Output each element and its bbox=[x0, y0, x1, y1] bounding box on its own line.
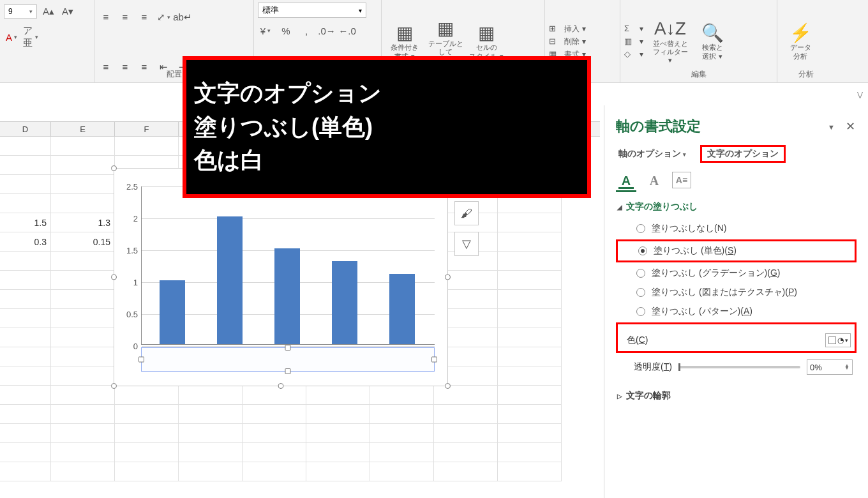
pane-close-icon[interactable]: ✕ bbox=[846, 119, 855, 133]
brush-icon: 🖌 bbox=[461, 207, 472, 220]
funnel-icon: ▽ bbox=[462, 237, 471, 251]
callout-line2: 塗りつぶし(単色) bbox=[194, 112, 580, 143]
sort-filter-button[interactable]: A↓Z並べ替えと フィルター ▾ bbox=[651, 19, 689, 65]
transparency-label: 透明度(T) bbox=[634, 361, 672, 373]
radio-fill-solid[interactable]: 塗りつぶし (単色)(S) bbox=[618, 241, 855, 260]
transparency-input[interactable]: 0%▲▼ bbox=[807, 359, 853, 375]
handle-top[interactable] bbox=[285, 345, 291, 351]
font-size-input[interactable]: 9▾ bbox=[4, 4, 37, 19]
search-icon: 🔍 bbox=[701, 23, 724, 42]
handle-bottom[interactable] bbox=[285, 368, 291, 374]
y-tick: 2.5 bbox=[126, 182, 142, 192]
chart-handle[interactable] bbox=[111, 275, 117, 280]
spinner-icon[interactable]: ▲▼ bbox=[844, 365, 849, 370]
bar[interactable] bbox=[217, 216, 243, 344]
bar[interactable] bbox=[389, 274, 415, 344]
bar[interactable] bbox=[274, 248, 300, 344]
radio-fill-picture[interactable]: 塗りつぶし (図またはテクスチャ)(P) bbox=[616, 283, 857, 302]
tab-text-options[interactable]: 文字のオプション bbox=[700, 145, 786, 163]
accounting-format-icon[interactable]: ¥ bbox=[258, 23, 273, 38]
chart-handle[interactable] bbox=[445, 383, 451, 389]
text-fill-tab-icon[interactable]: A bbox=[616, 172, 636, 192]
group-label-analysis: 分析 bbox=[777, 69, 835, 80]
dec-decimal-icon[interactable]: ←.0 bbox=[340, 23, 355, 38]
fill-icon: ▥ bbox=[624, 36, 637, 49]
comma-format-icon[interactable]: , bbox=[299, 23, 314, 38]
handle-right[interactable] bbox=[431, 357, 437, 363]
cell-e2[interactable]: 0.15 bbox=[51, 232, 115, 252]
cell-d2[interactable]: 0.3 bbox=[0, 232, 51, 252]
collapse-ribbon-icon[interactable]: ⋁ bbox=[857, 91, 863, 99]
chart-filter-button[interactable]: ▽ bbox=[454, 232, 479, 256]
tab-axis-options[interactable]: 軸のオプション bbox=[616, 147, 689, 161]
align-middle-icon[interactable]: ≡ bbox=[117, 10, 133, 25]
color-picker-row: 色(C) ◔▾ bbox=[618, 329, 855, 351]
sigma-icon: Σ bbox=[624, 23, 637, 36]
fill-button[interactable]: ▥▾ bbox=[624, 36, 643, 49]
section-text-outline[interactable]: 文字の輪郭 bbox=[617, 390, 857, 402]
cell-styles-button[interactable]: ▦セルの スタイル ▾ bbox=[467, 23, 505, 60]
cond-format-icon: ▦ bbox=[396, 23, 413, 42]
embedded-chart[interactable]: 00.511.522.5 bbox=[114, 168, 448, 386]
chart-handle[interactable] bbox=[111, 165, 117, 171]
paint-icon: ◔ bbox=[837, 336, 844, 345]
sort-icon: A↓Z bbox=[654, 19, 686, 38]
radio-fill-pattern[interactable]: 塗りつぶし (パターン)(A) bbox=[616, 302, 857, 321]
table-icon: ▦ bbox=[437, 19, 454, 38]
color-swatch bbox=[828, 336, 836, 344]
group-label-edit: 編集 bbox=[620, 69, 777, 80]
bar[interactable] bbox=[160, 280, 185, 344]
number-format-select[interactable]: 標準▾ bbox=[258, 3, 366, 18]
font-color-button[interactable]: A bbox=[4, 29, 19, 45]
chart-handle[interactable] bbox=[278, 383, 284, 389]
bolt-icon: ⚡ bbox=[789, 23, 812, 42]
orientation-icon[interactable]: ⤢ bbox=[156, 10, 171, 25]
wrap-text-icon[interactable]: ab↵ bbox=[175, 10, 190, 25]
align-bottom-icon[interactable]: ≡ bbox=[137, 10, 152, 25]
data-analysis-button[interactable]: ⚡データ 分析 bbox=[781, 23, 819, 60]
callout-line3: 色は白 bbox=[194, 145, 580, 176]
cond-format-button[interactable]: ▦条件付き 書式 ▾ bbox=[385, 23, 424, 60]
radio-fill-none[interactable]: 塗りつぶしなし(N) bbox=[616, 219, 857, 238]
y-tick: 0.5 bbox=[126, 310, 142, 319]
text-effects-tab-icon[interactable]: A bbox=[644, 172, 664, 192]
transparency-slider[interactable] bbox=[678, 366, 800, 368]
col-header-f[interactable]: F bbox=[115, 122, 179, 136]
delete-cells-button[interactable]: ⊟削除 ▾ bbox=[549, 36, 586, 49]
pane-menu-icon[interactable]: ▼ bbox=[828, 123, 835, 131]
radio-fill-gradient[interactable]: 塗りつぶし (グラデーション)(G) bbox=[616, 264, 857, 283]
y-tick: 1 bbox=[133, 278, 142, 287]
cell-d[interactable]: 1.5 bbox=[0, 213, 51, 232]
autosum-button[interactable]: Σ▾ bbox=[624, 23, 643, 36]
decrease-font-icon[interactable]: A▾ bbox=[60, 4, 75, 19]
handle-left[interactable] bbox=[138, 357, 144, 363]
bar[interactable] bbox=[332, 261, 357, 344]
section-text-fill[interactable]: 文字の塗りつぶし bbox=[617, 201, 857, 213]
x-axis-selection[interactable] bbox=[141, 347, 435, 372]
increase-font-icon[interactable]: A▴ bbox=[41, 4, 56, 19]
y-tick: 2 bbox=[133, 214, 142, 223]
clear-button[interactable]: ◇▾ bbox=[624, 49, 643, 61]
textbox-tab-icon[interactable]: A≡ bbox=[672, 172, 691, 188]
delete-icon: ⊟ bbox=[549, 36, 562, 49]
col-header-e[interactable]: E bbox=[51, 122, 115, 136]
percent-format-icon[interactable]: % bbox=[278, 23, 294, 38]
phonetic-button[interactable]: ア亜 bbox=[23, 29, 38, 45]
cell-e[interactable]: 1.3 bbox=[51, 213, 115, 232]
transparency-row: 透明度(T) 0%▲▼ bbox=[616, 354, 857, 379]
color-label: 色(C) bbox=[627, 335, 648, 346]
col-header-d[interactable]: D bbox=[0, 122, 51, 136]
chart-handle[interactable] bbox=[111, 383, 117, 389]
annotation-callout: 文字のオプション 塗りつぶし(単色) 色は白 bbox=[183, 56, 591, 198]
pane-title: 軸の書式設定 bbox=[616, 117, 857, 136]
chart-handle[interactable] bbox=[445, 275, 451, 280]
align-top-icon[interactable]: ≡ bbox=[98, 10, 114, 25]
font-size-value: 9 bbox=[8, 7, 13, 16]
color-picker-button[interactable]: ◔▾ bbox=[825, 333, 851, 347]
find-select-button[interactable]: 🔍検索と 選択 ▾ bbox=[693, 23, 731, 60]
insert-icon: ⊞ bbox=[549, 23, 562, 36]
inc-decimal-icon[interactable]: .0→ bbox=[319, 23, 334, 38]
plot-area[interactable]: 00.511.522.5 bbox=[141, 186, 435, 345]
insert-cells-button[interactable]: ⊞挿入 ▾ bbox=[549, 23, 586, 36]
chart-style-button[interactable]: 🖌 bbox=[454, 201, 479, 225]
